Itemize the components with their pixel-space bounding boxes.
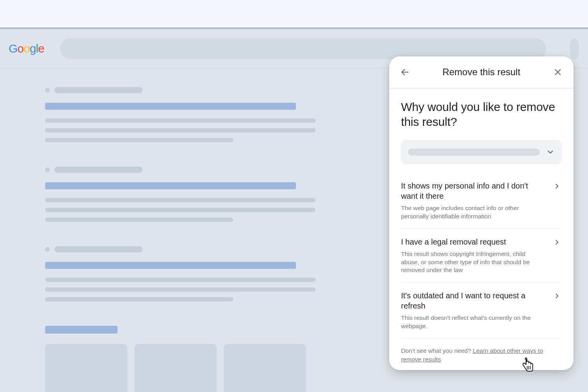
snippet-line bbox=[45, 208, 316, 212]
option-title: I have a legal removal request bbox=[401, 237, 548, 247]
rich-card[interactable] bbox=[134, 344, 217, 392]
footer-prefix: Don't see what you need? bbox=[401, 347, 473, 354]
snippet-line bbox=[45, 218, 233, 222]
close-icon bbox=[554, 68, 562, 76]
result-title-placeholder[interactable] bbox=[45, 182, 296, 189]
option-desc: This result shows copyright infringement… bbox=[401, 250, 548, 275]
chevron-down-icon bbox=[546, 148, 555, 156]
search-result bbox=[45, 167, 353, 222]
result-title-placeholder[interactable] bbox=[45, 262, 296, 269]
favicon-placeholder bbox=[45, 167, 50, 172]
panel-footer: Don't see what you need? Learn about oth… bbox=[401, 339, 562, 363]
rich-card[interactable] bbox=[45, 344, 127, 392]
search-input[interactable] bbox=[60, 38, 546, 59]
reason-option-outdated[interactable]: It's outdated and I want to request a re… bbox=[401, 283, 562, 339]
panel-question: Why would you like to remove this result… bbox=[401, 100, 562, 130]
panel-header: Remove this result bbox=[389, 56, 573, 89]
close-button[interactable] bbox=[552, 67, 563, 78]
snippet-line bbox=[45, 138, 233, 142]
back-button[interactable] bbox=[399, 67, 410, 78]
chevron-right-icon bbox=[553, 290, 562, 330]
option-title: It shows my personal info and I don't wa… bbox=[401, 181, 548, 201]
snippet-line bbox=[45, 278, 316, 282]
account-avatar[interactable] bbox=[570, 38, 579, 59]
chevron-right-icon bbox=[553, 237, 562, 275]
logo-letter: e bbox=[38, 42, 44, 55]
logo-letter: g bbox=[30, 42, 36, 55]
favicon-placeholder bbox=[45, 247, 50, 252]
rich-card-row bbox=[45, 344, 353, 392]
reason-dropdown[interactable] bbox=[401, 140, 562, 164]
url-placeholder bbox=[54, 246, 143, 252]
result-source bbox=[45, 246, 353, 252]
remove-result-panel: Remove this result Why would you like to… bbox=[389, 56, 573, 370]
result-title-placeholder[interactable] bbox=[45, 103, 296, 110]
section-heading-placeholder bbox=[45, 326, 118, 334]
panel-body: Why would you like to remove this result… bbox=[389, 89, 573, 364]
snippet-line bbox=[45, 118, 316, 123]
page: Google bbox=[0, 29, 588, 392]
snippet-line bbox=[45, 128, 316, 132]
option-desc: The web page includes contact info or ot… bbox=[401, 204, 548, 221]
dropdown-value-placeholder bbox=[408, 149, 540, 156]
logo-letter: o bbox=[17, 42, 24, 55]
search-result bbox=[45, 246, 353, 301]
reason-option-personal-info[interactable]: It shows my personal info and I don't wa… bbox=[401, 173, 562, 229]
reason-option-legal[interactable]: I have a legal removal request This resu… bbox=[401, 229, 562, 283]
url-placeholder bbox=[54, 87, 143, 93]
arrow-left-icon bbox=[400, 67, 410, 77]
rich-card[interactable] bbox=[224, 344, 306, 392]
favicon-placeholder bbox=[45, 88, 50, 93]
search-result bbox=[45, 326, 353, 392]
option-title: It's outdated and I want to request a re… bbox=[401, 290, 548, 311]
search-result bbox=[45, 87, 353, 142]
chevron-right-icon bbox=[553, 181, 562, 221]
result-source bbox=[45, 167, 353, 173]
search-results bbox=[0, 68, 353, 392]
url-placeholder bbox=[54, 167, 143, 173]
panel-title: Remove this result bbox=[410, 67, 552, 78]
logo-letter: G bbox=[9, 42, 17, 55]
option-desc: This result doesn't reflect what's curre… bbox=[401, 314, 548, 330]
logo-letter: o bbox=[24, 42, 30, 55]
snippet-line bbox=[45, 297, 233, 301]
snippet-line bbox=[45, 287, 316, 292]
result-source bbox=[45, 87, 353, 93]
browser-chrome-top bbox=[0, 0, 588, 29]
google-logo[interactable]: Google bbox=[9, 42, 44, 55]
snippet-line bbox=[45, 198, 316, 202]
